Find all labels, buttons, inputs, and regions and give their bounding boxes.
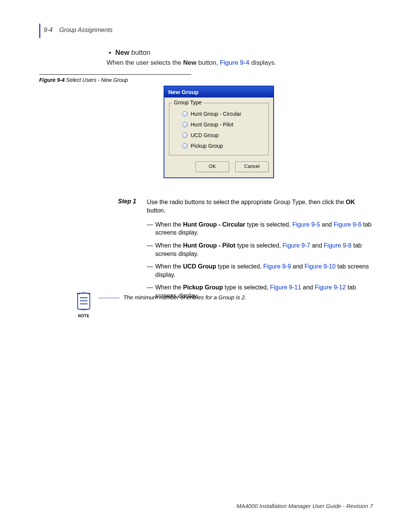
- mdash-icon: —: [147, 220, 155, 237]
- figure-link-9-9[interactable]: Figure 9-9: [263, 263, 291, 270]
- note-text: The minimum number of entries for a Grou…: [123, 292, 371, 300]
- radio-label: Hunt Group - Circular: [191, 111, 241, 117]
- radio-pickup-group[interactable]: Pickup Group: [173, 141, 264, 151]
- figure-link-9-10[interactable]: Figure 9-10: [304, 263, 336, 270]
- radio-label: Hunt Group - Pilot: [191, 121, 233, 128]
- mdash-icon: —: [147, 241, 155, 258]
- step-1-row: Step 1 Use the radio buttons to select t…: [118, 198, 375, 305]
- figure-link-9-4[interactable]: Figure 9-4: [220, 59, 249, 66]
- new-group-dialog: New Group Group Type Hunt Group - Circul…: [164, 86, 274, 178]
- page-header: 9-4 Group Assignments: [44, 27, 113, 34]
- group-type-legend: Group Type: [172, 99, 203, 105]
- note-rule: [99, 298, 119, 298]
- figure-link-9-7[interactable]: Figure 9-7: [282, 242, 310, 249]
- bullet-icon: •: [107, 49, 113, 57]
- note-block: NOTE The minimum number of entries for a…: [70, 292, 371, 318]
- intro-description: When the user selects the New button, Fi…: [107, 59, 373, 67]
- figure-title: Select Users - New Group: [65, 77, 128, 83]
- cancel-button[interactable]: Cancel: [235, 161, 269, 172]
- radio-icon: [182, 111, 188, 117]
- figure-link-9-8[interactable]: Figure 9-8: [324, 242, 352, 249]
- page-number: 9-4: [44, 27, 53, 33]
- radio-ucd-group[interactable]: UCD Group: [173, 130, 264, 141]
- figure-link-9-12[interactable]: Figure 9-12: [315, 284, 346, 291]
- note-icon-wrap: NOTE: [70, 292, 97, 318]
- bullet-rest: button: [129, 49, 150, 56]
- dialog-title: New Group: [164, 86, 273, 97]
- bullet-strong: New: [115, 49, 129, 56]
- step-sublist: — When the Hunt Group - Circular type is…: [147, 220, 375, 300]
- figure-link-9-5[interactable]: Figure 9-5: [292, 221, 320, 228]
- body-content: • New button When the user selects the N…: [107, 49, 373, 67]
- radio-hunt-pilot[interactable]: Hunt Group - Pilot: [173, 119, 264, 130]
- subitem-hunt-pilot: — When the Hunt Group - Pilot type is se…: [147, 241, 375, 258]
- note-icon: [75, 292, 92, 312]
- radio-icon: [182, 133, 188, 138]
- document-page: 9-4 Group Assignments • New button When …: [0, 0, 411, 532]
- ok-button[interactable]: OK: [196, 161, 229, 172]
- step-block: Step 1 Use the radio buttons to select t…: [118, 198, 375, 305]
- figure-link-9-6[interactable]: Figure 9-6: [334, 221, 362, 228]
- figure-ref: Figure 9-4: [39, 77, 65, 83]
- radio-icon: [182, 143, 188, 149]
- page-footer: MA4000 Installation Manager User Guide -…: [236, 503, 373, 509]
- header-rule: [39, 24, 40, 38]
- mdash-icon: —: [147, 262, 155, 279]
- step-label: Step 1: [118, 198, 142, 305]
- figure-link-9-11[interactable]: Figure 9-11: [270, 284, 301, 291]
- figure-caption-rule: [39, 74, 191, 75]
- subitem-ucd-group: — When the UCD Group type is selected, F…: [147, 262, 375, 279]
- radio-hunt-circular[interactable]: Hunt Group - Circular: [173, 109, 264, 119]
- step-text: Use the radio buttons to select the appr…: [147, 198, 375, 305]
- dialog-button-row: OK Cancel: [164, 159, 273, 177]
- section-title: Group Assignments: [59, 27, 113, 33]
- figure-caption-block: Figure 9-4 Select Users - New Group: [39, 74, 195, 83]
- radio-label: UCD Group: [191, 132, 218, 138]
- radio-icon: [182, 122, 188, 127]
- bullet-new-button: • New button: [107, 49, 373, 57]
- note-label: NOTE: [70, 314, 97, 318]
- subitem-hunt-circular: — When the Hunt Group - Circular type is…: [147, 220, 375, 237]
- group-type-fieldset: Group Type Hunt Group - Circular Hunt Gr…: [169, 103, 269, 155]
- radio-label: Pickup Group: [191, 143, 223, 149]
- figure-caption: Figure 9-4 Select Users - New Group: [39, 77, 195, 83]
